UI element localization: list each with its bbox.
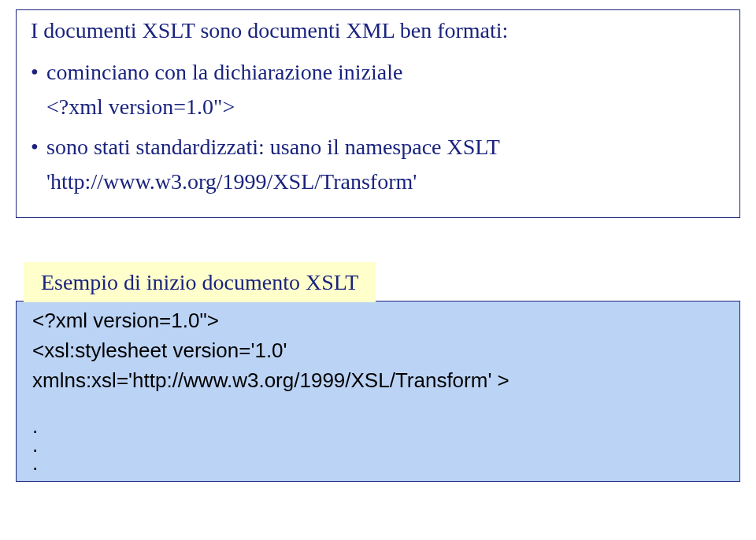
example-code-box: <?xml version=1.0"> <xsl:stylesheet vers…: [16, 301, 740, 482]
bullet2-sub: 'http://www.w3.org/1999/XSL/Transform': [31, 165, 725, 198]
bullet-xml-declaration: cominciano con la dichiarazione iniziale: [31, 55, 725, 89]
dot-1: .: [32, 417, 724, 435]
code-line-1: <?xml version=1.0">: [32, 306, 724, 336]
bullet1-sub: <?xml version=1.0">: [31, 90, 725, 124]
definition-list-2: sono stati standardizzati: usano il name…: [31, 130, 725, 164]
definition-list: cominciano con la dichiarazione iniziale: [31, 55, 725, 89]
definition-box: I documenti XSLT sono documenti XML ben …: [16, 9, 740, 218]
definition-title: I documenti XSLT sono documenti XML ben …: [31, 13, 725, 47]
code-line-2: <xsl:stylesheet version='1.0': [32, 336, 724, 366]
bullet2-text: sono stati standardizzati: usano il name…: [46, 135, 500, 159]
code-line-3: xmlns:xsl='http://www.w3.org/1999/XSL/Tr…: [32, 366, 724, 396]
slide-page: I documenti XSLT sono documenti XML ben …: [0, 0, 756, 540]
example-section: Esempio di inizio documento XSLT <?xml v…: [16, 262, 740, 482]
example-heading: Esempio di inizio documento XSLT: [24, 262, 376, 302]
ellipsis-block: . . .: [32, 417, 724, 472]
dot-2: .: [32, 436, 724, 454]
bullet1-text: cominciano con la dichiarazione iniziale: [46, 60, 402, 84]
dot-3: .: [32, 454, 724, 472]
bullet-namespace: sono stati standardizzati: usano il name…: [31, 130, 725, 164]
